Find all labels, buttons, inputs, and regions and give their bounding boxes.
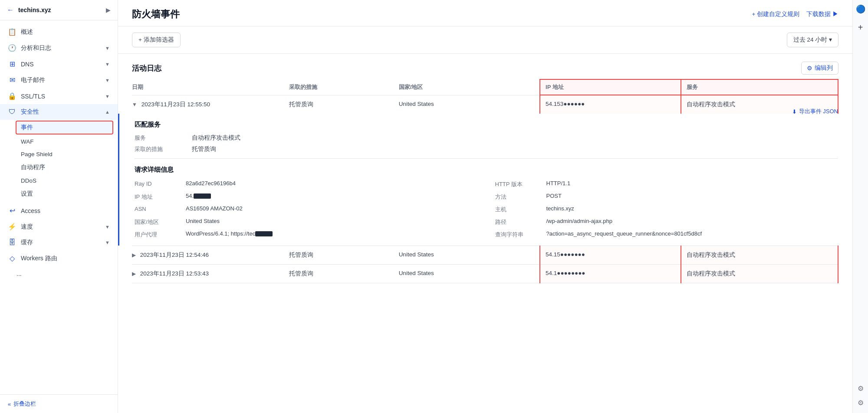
download-icon: ⬇ [792,108,797,115]
sidebar-item-ssl-label: SSL/TLS [21,93,45,100]
ray-id-field: Ray ID 82a6d27ec96196b4 [135,180,478,188]
email-icon: ✉ [8,76,16,84]
asn-value: AS16509 AMAZON-02 [186,205,478,212]
user-agent-field: 用户代理 WordPress/6.4.1; https://tec●●●●●● [135,230,478,239]
country-detail-label: 国家/地区 [135,218,182,226]
sidebar-item-email[interactable]: ✉ 电子邮件 ▼ [0,72,118,88]
row2-ip: 54.15●●●●●●● [540,246,681,265]
row3-date: ▶ 2023年11月23日 12:53:43 [132,265,289,283]
col-header-country: 国家/地区 [399,79,540,95]
far-right-settings-icon[interactable]: ⚙ [858,384,864,393]
request-detail-grid: Ray ID 82a6d27ec96196b4 HTTP 版本 HTTP/1.1 [135,180,838,239]
sidebar-item-access[interactable]: ↩ Access [0,203,118,219]
ssl-chevron-icon: ▼ [105,94,110,99]
row3-expand-button[interactable]: ▶ [132,271,136,277]
row3-ip: 54.1●●●●●●●● [540,265,681,283]
sidebar-item-security[interactable]: 🛡 安全性 ▲ [0,104,118,120]
sidebar-domain: techins.xyz [18,7,51,13]
method-label: 方法 [495,193,543,201]
ip-redacted: ●●●●●● [194,193,211,199]
country-detail-value: United States [186,218,478,224]
create-rule-button[interactable]: + 创建自定义规则 [752,10,800,18]
http-version-field: HTTP 版本 HTTP/1.1 [495,180,838,188]
analytics-chevron-icon: ▼ [105,46,110,51]
sidebar-item-cache[interactable]: 🗄 缓存 ▼ [0,235,118,250]
workers-icon: ◇ [8,254,16,262]
row3-action: 托管质询 [289,265,399,283]
sidebar-item-ssl[interactable]: 🔒 SSL/TLS ▼ [0,88,118,104]
matching-service-section: 匹配服务 服务 自动程序攻击模式 采取的措施 托管质询 [135,114,838,159]
far-right-icon-top[interactable]: 🔵 [856,4,865,14]
asn-field: ASN AS16509 AMAZON-02 [135,205,478,213]
analytics-icon: 🕐 [8,44,16,52]
sidebar-item-speed[interactable]: ⚡ 速度 ▼ [0,219,118,235]
sidebar-item-events[interactable]: 事件 [16,121,113,134]
speed-chevron-icon: ▼ [105,224,110,229]
query-string-field: 查询字符串 ?action=as_async_request_queue_run… [495,230,838,239]
sidebar-item-dns-label: DNS [21,61,34,68]
col-header-action: 采取的措施 [289,79,399,95]
matching-service-grid: 服务 自动程序攻击模式 采取的措施 托管质询 [135,134,240,153]
row2-expand-button[interactable]: ▶ [132,252,136,258]
page-header: 防火墙事件 + 创建自定义规则 下载数据 ▶ [118,0,852,26]
method-value: POST [546,193,838,199]
right-panel: 防火墙事件 + 创建自定义规则 下载数据 ▶ + 添加筛选器 过去 24 小时 … [118,0,868,413]
far-right-plus-button[interactable]: + [858,23,863,33]
sidebar-item-security-label: 安全性 [21,108,39,116]
activity-log-table: 日期 采取的措施 国家/地区 IP 地址 服务 ▼ 2023年11月23日 12… [132,79,838,283]
security-icon: 🛡 [8,108,16,116]
request-detail-title: 请求详细信息 [135,166,838,174]
host-value: techins.xyz [546,205,838,212]
sidebar-item-page-shield[interactable]: Page Shield [0,148,118,161]
far-right-settings2-icon[interactable]: ⚙ [858,399,864,407]
expanded-detail-row: 匹配服务 服务 自动程序攻击模式 采取的措施 托管质询 [132,114,838,246]
sidebar-item-bot[interactable]: 自动程序 [0,161,118,174]
main-content: 防火墙事件 + 创建自定义规则 下载数据 ▶ + 添加筛选器 过去 24 小时 … [118,0,852,413]
service-value: 自动程序攻击模式 [192,134,240,142]
path-value: /wp-admin/admin-ajax.php [546,218,838,224]
security-chevron-icon: ▲ [105,109,110,115]
path-label: 路径 [495,218,543,226]
sidebar-item-workers[interactable]: ◇ Workers 路由 [0,250,118,266]
sidebar-item-page-shield-label: Page Shield [21,151,53,157]
cache-icon: 🗄 [8,239,16,246]
download-data-button[interactable]: 下载数据 ▶ [806,10,838,18]
sidebar-expand-icon[interactable]: ▶ [106,7,111,13]
export-json-button[interactable]: ⬇ 导出事件 JSON [792,108,838,115]
collapse-sidebar-button[interactable]: « 折叠边栏 [0,394,118,413]
dns-icon: ⊞ [8,60,16,68]
back-button[interactable]: ← [7,6,14,14]
ip-field: IP 地址 54.●●●●●● [135,193,478,201]
sidebar-item-more[interactable]: ... [0,266,118,281]
user-agent-label: 用户代理 [135,230,182,239]
edit-columns-button[interactable]: ⚙ 编辑列 [801,62,838,75]
user-agent-value: WordPress/6.4.1; https://tec●●●●●● [186,230,478,237]
table-header-row: 日期 采取的措施 国家/地区 IP 地址 服务 [132,79,838,95]
country-field: 国家/地区 United States [135,218,478,226]
time-range-button[interactable]: 过去 24 小时 ▾ [787,33,838,47]
sidebar-item-email-label: 电子邮件 [21,76,45,84]
row1-expand-button[interactable]: ▼ [132,102,137,108]
sidebar-item-settings-label: 设置 [21,190,33,198]
sidebar-item-waf[interactable]: WAF [0,135,118,148]
action-value: 托管质询 [192,145,240,153]
sidebar-item-settings[interactable]: 设置 [0,187,118,201]
sidebar-item-ddos[interactable]: DDoS [0,174,118,187]
filter-bar: + 添加筛选器 过去 24 小时 ▾ [118,26,852,54]
sidebar-nav: 📋 概述 🕐 分析和日志 ▼ ⊞ DNS ▼ ✉ 电子邮件 ▼ 🔒 SSL/TL… [0,20,118,394]
col-header-date: 日期 [132,79,289,95]
http-version-label: HTTP 版本 [495,180,543,188]
sidebar-item-overview[interactable]: 📋 概述 [0,24,118,40]
activity-log-section: 活动日志 ⚙ 编辑列 日期 采取的措施 国家/地区 IP 地址 服务 [118,54,852,283]
add-filter-button[interactable]: + 添加筛选器 [132,33,181,47]
overview-icon: 📋 [8,28,16,36]
query-string-value: ?action=as_async_request_queue_runner&no… [546,230,838,237]
collapse-icon: « [8,401,11,407]
matching-service-title: 匹配服务 [135,121,240,129]
row3-service: 自动程序攻击模式 [681,265,838,283]
access-icon: ↩ [8,206,16,215]
sidebar-item-analytics[interactable]: 🕐 分析和日志 ▼ [0,40,118,56]
sidebar-item-dns[interactable]: ⊞ DNS ▼ [0,56,118,72]
sidebar: ← techins.xyz ▶ 📋 概述 🕐 分析和日志 ▼ ⊞ DNS ▼ ✉… [0,0,118,413]
ua-redacted: ●●●●●● [255,231,273,236]
